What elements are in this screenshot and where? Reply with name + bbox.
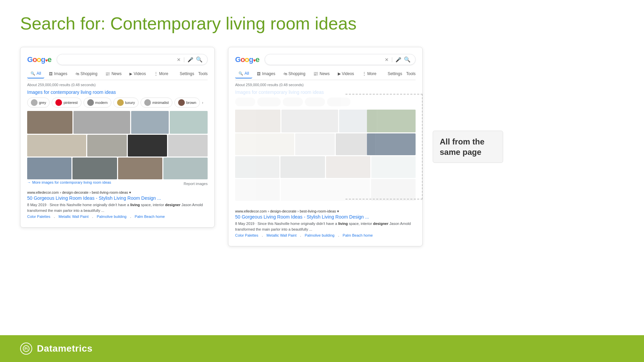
browsers-container: Goog♥e contemporary living room ideas ✕ … <box>20 47 624 246</box>
search-icon-left[interactable]: 🔍 <box>196 56 203 63</box>
news-icon-left: 📰 <box>105 72 110 76</box>
settings-label-right[interactable]: Settings <box>388 71 402 76</box>
svg-text:Pi: Pi <box>24 347 28 351</box>
google-logo-right: Goog♥e <box>235 56 259 63</box>
grid-image-10[interactable] <box>72 158 117 179</box>
tab-videos-left[interactable]: ▶ Videos <box>126 69 149 78</box>
grid-image-9[interactable] <box>27 158 71 179</box>
images-icon-left: 🖼 <box>49 72 53 76</box>
faded-row-3 <box>235 156 416 178</box>
grid-image-7[interactable] <box>128 135 167 157</box>
tab-images-left[interactable]: 🖼 Images <box>46 69 70 78</box>
result-url-left: www.elledecor.com › design-decorate › be… <box>27 190 208 195</box>
mic-icon-right[interactable]: 🎤 <box>395 57 401 62</box>
search-result-right: www.elledecor.com › design-decorate › be… <box>235 209 416 239</box>
more-images-link-left[interactable]: → More images for contemporary living ro… <box>27 180 111 184</box>
chip-minimalist[interactable]: minimalist <box>141 98 172 108</box>
annotation-label: All from the same page <box>433 130 503 163</box>
chip-pinterest[interactable]: pinterest <box>52 98 81 108</box>
faded-row-4 <box>235 179 416 201</box>
image-row-1-left <box>27 111 208 134</box>
grid-image-8[interactable] <box>168 135 208 157</box>
result-url-right: www.elledecor.com › design-decorate › be… <box>235 209 416 214</box>
result-title-right[interactable]: 50 Gorgeous Living Room Ideas - Stylish … <box>235 214 416 220</box>
grid-image-12[interactable] <box>163 158 208 179</box>
grid-image-2[interactable] <box>73 111 130 134</box>
spacer <box>235 202 416 206</box>
result-link-color-palettes-left[interactable]: Color Palettes <box>27 215 50 221</box>
result-link-palmolive-right[interactable]: Palmolive building <box>305 233 334 239</box>
result-link-metallic-left[interactable]: Metallic Wall Paint <box>59 215 89 221</box>
tab-videos-right[interactable]: ▶ Videos <box>334 69 358 78</box>
result-link-palmbeach-right[interactable]: Palm Beach home <box>343 233 373 239</box>
result-snippet-left: 8 May 2019 · Since this Nashville home o… <box>27 202 208 213</box>
chip-luxury[interactable]: luxury <box>113 98 139 108</box>
filter-chips-left: grey pinterest modern luxury minimalist <box>27 98 208 108</box>
results-count-right: About 259,000,000 results (0.48 seconds) <box>235 83 416 87</box>
page-title: Search for: Contemporary living room ide… <box>20 13 624 34</box>
search-input-right[interactable]: contemporary living room ideas <box>270 57 382 62</box>
visible-image-top-right[interactable] <box>367 110 416 132</box>
tab-images-right[interactable]: 🖼 Images <box>254 69 278 78</box>
nav-settings-right: Settings Tools <box>388 71 416 76</box>
result-title-left[interactable]: 50 Gorgeous Living Room Ideas - Stylish … <box>27 195 208 201</box>
visible-image-mid-right[interactable] <box>367 133 416 155</box>
nav-tabs-left: 🔍 All 🖼 Images 🛍 Shopping 📰 News ▶ <box>27 69 208 80</box>
right-browser: Goog♥e contemporary living room ideas ✕ … <box>228 47 423 246</box>
search-bar-left[interactable]: contemporary living room ideas ✕ | 🎤 🔍 <box>57 54 208 65</box>
google-header-right: Goog♥e contemporary living room ideas ✕ … <box>235 54 416 65</box>
image-row-2-left <box>27 135 208 157</box>
tab-shopping-left[interactable]: 🛍 Shopping <box>72 69 101 78</box>
image-row-3-left <box>27 158 208 179</box>
chip-grey[interactable]: grey <box>27 98 50 108</box>
tools-label-left[interactable]: Tools <box>198 71 208 76</box>
clear-icon-right[interactable]: ✕ <box>385 57 389 62</box>
results-count-left: About 259,000,000 results (0.48 seconds) <box>27 83 208 87</box>
google-header-left: Goog♥e contemporary living room ideas ✕ … <box>27 54 208 65</box>
report-images-left[interactable]: Report images <box>183 182 208 186</box>
result-links-left: Color Palettes · Metallic Wall Paint · P… <box>27 215 208 221</box>
mic-icon-left[interactable]: 🎤 <box>187 57 193 62</box>
chip-brown[interactable]: brown <box>174 98 200 108</box>
shopping-icon-left: 🛍 <box>75 72 79 76</box>
clear-icon-left[interactable]: ✕ <box>177 57 181 62</box>
filter-chips-right-faded <box>235 98 416 106</box>
tab-all-right[interactable]: 🔍 All <box>235 69 252 78</box>
tab-all-left[interactable]: 🔍 All <box>27 69 44 78</box>
videos-icon-left: ▶ <box>129 72 132 76</box>
grid-image-3[interactable] <box>131 111 169 134</box>
tab-more-left[interactable]: ⋮ More <box>151 69 172 78</box>
images-section-title-left[interactable]: Images for contemporary living room idea… <box>27 89 208 95</box>
search-icon-right[interactable]: 🔍 <box>404 56 411 63</box>
images-footer-left: → More images for contemporary living ro… <box>27 180 208 187</box>
chip-modern[interactable]: modern <box>84 98 111 108</box>
tab-news-right[interactable]: 📰 News <box>310 69 333 78</box>
nav-tabs-right: 🔍 All 🖼 Images 🛍 Shopping 📰 News <box>235 69 416 80</box>
tab-shopping-right[interactable]: 🛍 Shopping <box>280 69 309 78</box>
grid-image-4[interactable] <box>170 111 208 134</box>
grid-image-6[interactable] <box>87 135 127 157</box>
tools-label-right[interactable]: Tools <box>406 71 416 76</box>
faded-image-area <box>235 110 416 201</box>
grid-image-11[interactable] <box>118 158 162 179</box>
search-bar-right[interactable]: contemporary living room ideas ✕ | 🎤 🔍 <box>265 54 416 65</box>
footer-brand: Datametrics <box>37 343 93 354</box>
right-browser-wrapper: Goog♥e contemporary living room ideas ✕ … <box>228 47 423 246</box>
settings-label-left[interactable]: Settings <box>180 71 194 76</box>
main-content: Search for: Contemporary living room ide… <box>0 0 644 335</box>
search-input-left[interactable]: contemporary living room ideas <box>62 57 174 62</box>
grid-image-5[interactable] <box>27 135 86 157</box>
result-link-color-palettes-right[interactable]: Color Palettes <box>235 233 258 239</box>
result-link-palmbeach-left[interactable]: Palm Beach home <box>135 215 165 221</box>
left-browser: Goog♥e contemporary living room ideas ✕ … <box>20 47 215 228</box>
footer-logo-icon: Pi <box>20 343 32 355</box>
result-link-metallic-right[interactable]: Metallic Wall Paint <box>267 233 297 239</box>
nav-settings-left: Settings Tools <box>180 71 208 76</box>
tab-more-right[interactable]: ⋮ More <box>359 69 380 78</box>
footer: Pi Datametrics <box>0 335 644 362</box>
result-links-right: Color Palettes · Metallic Wall Paint · P… <box>235 233 416 239</box>
grid-image-1[interactable] <box>27 111 72 134</box>
tab-news-left[interactable]: 📰 News <box>102 69 125 78</box>
chips-next-arrow[interactable]: › <box>202 101 203 105</box>
result-link-palmolive-left[interactable]: Palmolive building <box>97 215 126 221</box>
